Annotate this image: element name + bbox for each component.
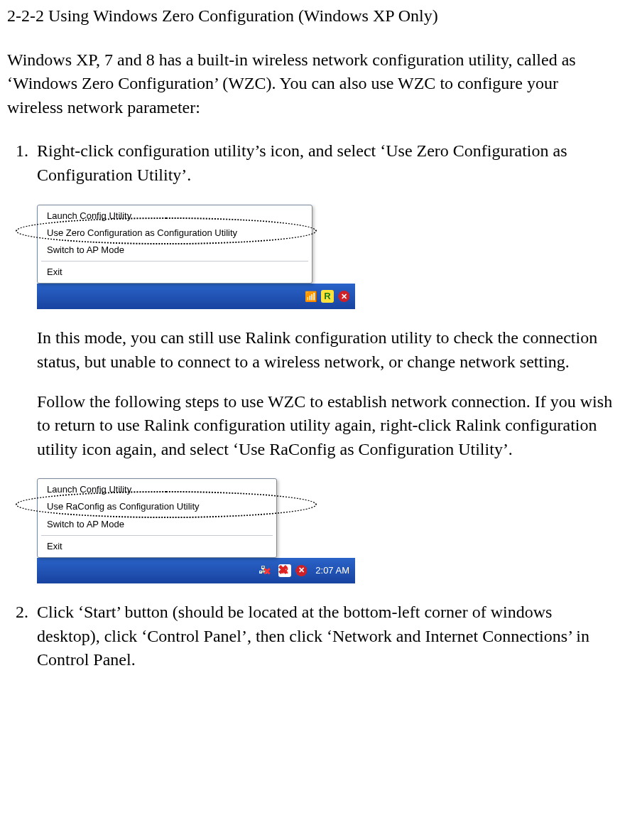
step-2-text: Click ‘Start’ button (should be located … [37, 601, 613, 672]
menu-separator [41, 261, 308, 262]
context-menu-1: Launch Config Utility Use Zero Configura… [37, 205, 312, 284]
step-2: Click ‘Start’ button (should be located … [33, 601, 613, 672]
intro-paragraph: Windows XP, 7 and 8 has a built-in wirel… [7, 48, 613, 120]
taskbar-2: 🖧✖ R✖ ✕ 2:07 AM [37, 558, 355, 583]
screenshot-2: Launch Config Utility Use RaConfig as Co… [37, 478, 349, 583]
menu-item-switch-ap[interactable]: Switch to AP Mode [40, 242, 310, 259]
menu-item-use-raconfig[interactable]: Use RaConfig as Configuration Utility [40, 498, 274, 515]
step-1-after-paragraph-1: In this mode, you can still use Ralink c… [37, 326, 613, 374]
menu-item-launch[interactable]: Launch Config Utility [40, 481, 274, 498]
ralink-tray-disabled-icon[interactable]: R✖ [278, 564, 291, 577]
cross-icon: ✖ [278, 564, 292, 578]
taskbar-1: 📶 R ✕ [37, 284, 355, 309]
taskbar-clock: 2:07 AM [315, 564, 349, 577]
menu-item-exit[interactable]: Exit [40, 538, 274, 555]
step-1-after-paragraph-2: Follow the following steps to use WZC to… [37, 390, 613, 462]
steps-list: Right-click configuration utility’s icon… [7, 139, 613, 672]
menu-item-switch-ap[interactable]: Switch to AP Mode [40, 516, 274, 533]
security-shield-icon[interactable]: ✕ [295, 565, 307, 576]
menu-item-launch[interactable]: Launch Config Utility [40, 208, 310, 225]
step-1: Right-click configuration utility’s icon… [33, 139, 613, 583]
step-1-text: Right-click configuration utility’s icon… [37, 139, 613, 187]
wireless-icon[interactable]: 📶 [304, 290, 317, 303]
menu-item-use-zero[interactable]: Use Zero Configuration as Configuration … [40, 225, 310, 242]
screenshot-1: Launch Config Utility Use Zero Configura… [37, 205, 349, 310]
menu-separator [41, 535, 273, 536]
section-heading: 2-2-2 Using Windows Zero Configuration (… [7, 4, 613, 28]
context-menu-2: Launch Config Utility Use RaConfig as Co… [37, 478, 277, 558]
ralink-tray-icon[interactable]: R [321, 290, 334, 303]
network-disconnected-icon[interactable]: 🖧✖ [261, 564, 274, 577]
menu-item-exit[interactable]: Exit [40, 264, 310, 281]
security-shield-icon[interactable]: ✕ [338, 291, 349, 302]
